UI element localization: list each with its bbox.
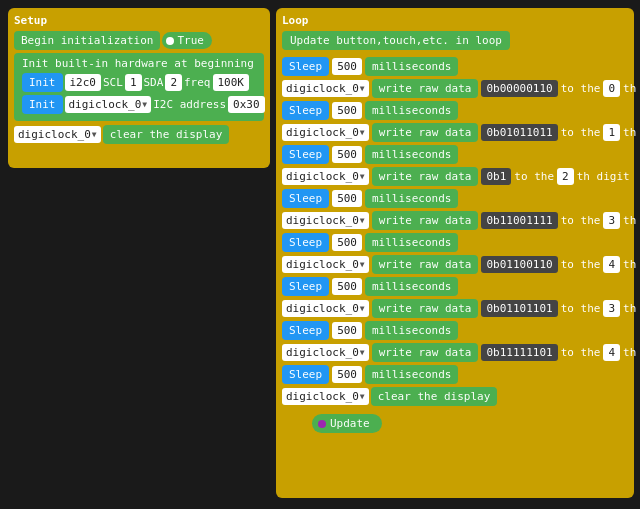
- dropdown-arrow-icon: ▼: [142, 100, 147, 109]
- dd-arrow-2: ▼: [360, 172, 365, 181]
- true-toggle[interactable]: True: [162, 32, 212, 49]
- write-device-4[interactable]: digiclock_0 ▼: [282, 256, 369, 273]
- write-data-4[interactable]: 0b01100110: [481, 256, 557, 273]
- digit-label-2: th digit: [577, 170, 630, 183]
- to-label-2: to the: [514, 170, 554, 183]
- write-device-5[interactable]: digiclock_0 ▼: [282, 300, 369, 317]
- freq-val[interactable]: 100K: [213, 74, 250, 91]
- sleep-val-4[interactable]: 500: [332, 190, 362, 207]
- address-val[interactable]: 0x30: [228, 96, 265, 113]
- sleep-val-1[interactable]: 500: [332, 58, 362, 75]
- loop-panel: Loop Update button,touch,etc. in loop Sl…: [276, 8, 634, 498]
- digit-val-0[interactable]: 0: [603, 80, 620, 97]
- write-device-3[interactable]: digiclock_0 ▼: [282, 212, 369, 229]
- sleep-row-6: Sleep 500 milliseconds: [282, 277, 628, 296]
- dd-arrow-4: ▼: [360, 260, 365, 269]
- sleep-label-7[interactable]: Sleep: [282, 321, 329, 340]
- sleep-unit-2[interactable]: milliseconds: [365, 101, 458, 120]
- loop-clear-row: digiclock_0 ▼ clear the display: [282, 387, 628, 406]
- sleep-row-1: Sleep 500 milliseconds: [282, 57, 628, 76]
- write-data-1[interactable]: 0b01011011: [481, 124, 557, 141]
- init-label-i2c[interactable]: Init: [22, 73, 63, 92]
- write-device-1[interactable]: digiclock_0 ▼: [282, 124, 369, 141]
- to-label-6: to the: [561, 346, 601, 359]
- write-data-6[interactable]: 0b11111101: [481, 344, 557, 361]
- digit-val-5[interactable]: 3: [603, 300, 620, 317]
- update-button[interactable]: Update: [312, 414, 382, 433]
- digit-val-6[interactable]: 4: [603, 344, 620, 361]
- write-row-2: digiclock_0 ▼ write raw data 0b1 to the …: [282, 167, 628, 186]
- setup-clear-device[interactable]: digiclock_0 ▼: [14, 126, 101, 143]
- to-label-1: to the: [561, 126, 601, 139]
- sleep-val-6[interactable]: 500: [332, 278, 362, 295]
- update-dot-icon: [318, 420, 326, 428]
- digit-val-3[interactable]: 3: [603, 212, 620, 229]
- sleep-row-5: Sleep 500 milliseconds: [282, 233, 628, 252]
- loop-clear-label[interactable]: clear the display: [371, 387, 498, 406]
- write-data-0[interactable]: 0b00000110: [481, 80, 557, 97]
- dd-arrow-0: ▼: [360, 84, 365, 93]
- init-digiclock-row: Init digiclock_0 ▼ I2C address 0x30: [22, 95, 256, 114]
- loop-title: Loop: [282, 14, 628, 27]
- sleep-val-3[interactable]: 500: [332, 146, 362, 163]
- sleep-row-8: Sleep 500 milliseconds: [282, 365, 628, 384]
- write-label-4[interactable]: write raw data: [372, 255, 479, 274]
- loop-clear-device[interactable]: digiclock_0 ▼: [282, 388, 369, 405]
- write-row-3: digiclock_0 ▼ write raw data 0b11001111 …: [282, 211, 628, 230]
- write-row-5: digiclock_0 ▼ write raw data 0b01101101 …: [282, 299, 628, 318]
- write-data-2[interactable]: 0b1: [481, 168, 511, 185]
- write-device-0[interactable]: digiclock_0 ▼: [282, 80, 369, 97]
- dropdown-arrow-icon2: ▼: [92, 130, 97, 139]
- sleep-unit-1[interactable]: milliseconds: [365, 57, 458, 76]
- update-label: Update: [330, 417, 370, 430]
- sleep-unit-5[interactable]: milliseconds: [365, 233, 458, 252]
- toggle-dot-icon: [166, 37, 174, 45]
- scl-val[interactable]: 1: [125, 74, 142, 91]
- digit-val-4[interactable]: 4: [603, 256, 620, 273]
- write-label-3[interactable]: write raw data: [372, 211, 479, 230]
- sleep-unit-3[interactable]: milliseconds: [365, 145, 458, 164]
- sleep-label-5[interactable]: Sleep: [282, 233, 329, 252]
- sleep-unit-7[interactable]: milliseconds: [365, 321, 458, 340]
- sleep-row-4: Sleep 500 milliseconds: [282, 189, 628, 208]
- address-label: I2C address: [153, 98, 226, 111]
- sleep-unit-8[interactable]: milliseconds: [365, 365, 458, 384]
- setup-clear-label[interactable]: clear the display: [103, 125, 230, 144]
- write-label-6[interactable]: write raw data: [372, 343, 479, 362]
- digiclock-device-sel[interactable]: digiclock_0 ▼: [65, 96, 152, 113]
- sda-val[interactable]: 2: [165, 74, 182, 91]
- write-device-2[interactable]: digiclock_0 ▼: [282, 168, 369, 185]
- sleep-label-4[interactable]: Sleep: [282, 189, 329, 208]
- write-data-5[interactable]: 0b01101101: [481, 300, 557, 317]
- sleep-val-8[interactable]: 500: [332, 366, 362, 383]
- write-row-6: digiclock_0 ▼ write raw data 0b11111101 …: [282, 343, 628, 362]
- sleep-val-5[interactable]: 500: [332, 234, 362, 251]
- update-button-label[interactable]: Update button,touch,etc. in loop: [282, 31, 510, 50]
- begin-init-block[interactable]: Begin initialization: [14, 31, 160, 50]
- sleep-unit-6[interactable]: milliseconds: [365, 277, 458, 296]
- sleep-unit-4[interactable]: milliseconds: [365, 189, 458, 208]
- sleep-label-8[interactable]: Sleep: [282, 365, 329, 384]
- write-label-5[interactable]: write raw data: [372, 299, 479, 318]
- write-data-3[interactable]: 0b11001111: [481, 212, 557, 229]
- write-label-1[interactable]: write raw data: [372, 123, 479, 142]
- to-label-4: to the: [561, 258, 601, 271]
- dd-arrow-6: ▼: [360, 348, 365, 357]
- sleep-label-3[interactable]: Sleep: [282, 145, 329, 164]
- sleep-label-2[interactable]: Sleep: [282, 101, 329, 120]
- sleep-val-7[interactable]: 500: [332, 322, 362, 339]
- setup-title: Setup: [14, 14, 264, 27]
- i2c-device-val[interactable]: i2c0: [65, 74, 102, 91]
- write-device-6[interactable]: digiclock_0 ▼: [282, 344, 369, 361]
- freq-label: freq: [184, 76, 211, 89]
- init-hardware-label: Init built-in hardware at beginning: [22, 57, 256, 70]
- write-label-2[interactable]: write raw data: [372, 167, 479, 186]
- digit-label-0: th digit: [623, 82, 640, 95]
- init-label-digiclock[interactable]: Init: [22, 95, 63, 114]
- write-label-0[interactable]: write raw data: [372, 79, 479, 98]
- sleep-val-2[interactable]: 500: [332, 102, 362, 119]
- sleep-label-1[interactable]: Sleep: [282, 57, 329, 76]
- digit-val-2[interactable]: 2: [557, 168, 574, 185]
- digit-val-1[interactable]: 1: [603, 124, 620, 141]
- sleep-label-6[interactable]: Sleep: [282, 277, 329, 296]
